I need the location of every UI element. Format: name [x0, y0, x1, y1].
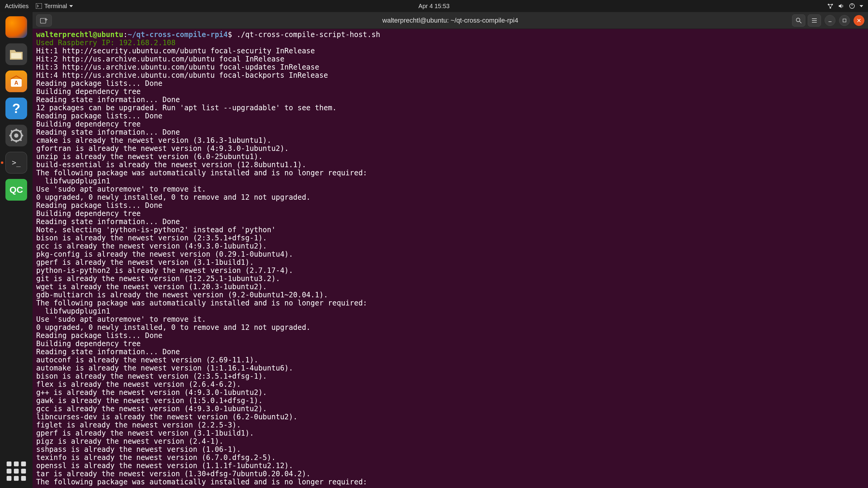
- power-icon[interactable]: [849, 3, 855, 9]
- app-menu[interactable]: Terminal: [36, 3, 73, 10]
- activities-button[interactable]: Activities: [5, 3, 29, 10]
- hamburger-menu-button[interactable]: [808, 14, 821, 27]
- gnome-top-bar: Activities Terminal Apr 4 15:53: [0, 0, 868, 12]
- help-glyph: ?: [12, 101, 21, 116]
- svg-rect-0: [36, 3, 42, 9]
- terminal-titlebar: walterprechtl@ubuntu: ~/qt-cross-compile…: [33, 12, 868, 29]
- system-menu-chevron-icon[interactable]: [860, 5, 863, 7]
- minimize-button[interactable]: [825, 15, 835, 26]
- app-menu-label: Terminal: [44, 3, 67, 10]
- clock[interactable]: Apr 4 15:53: [418, 3, 450, 10]
- maximize-button[interactable]: [839, 15, 850, 26]
- svg-rect-6: [11, 53, 22, 59]
- dock-settings[interactable]: [5, 125, 27, 147]
- window-title: walterprechtl@ubuntu: ~/qt-cross-compile…: [382, 17, 518, 24]
- close-button[interactable]: [854, 15, 864, 26]
- dock-help[interactable]: ?: [5, 98, 27, 119]
- new-tab-button[interactable]: [36, 14, 52, 27]
- network-icon[interactable]: [827, 3, 834, 9]
- svg-text:A: A: [14, 80, 19, 86]
- dock: A ? >_ QC: [0, 12, 33, 488]
- dock-software[interactable]: A: [5, 70, 27, 92]
- dock-qtcreator[interactable]: QC: [5, 179, 27, 201]
- dock-terminal[interactable]: >_: [5, 152, 27, 173]
- terminal-glyph: >_: [12, 158, 21, 167]
- volume-icon[interactable]: [838, 3, 844, 9]
- terminal-menu-icon: [36, 3, 42, 9]
- dock-files[interactable]: [5, 43, 27, 65]
- show-applications-button[interactable]: [7, 461, 26, 481]
- dock-firefox[interactable]: [5, 16, 27, 38]
- command-text: ./qt-cross-compile-script-host.sh: [237, 30, 380, 39]
- svg-rect-19: [40, 19, 46, 23]
- prompt-colon: :: [123, 30, 127, 39]
- svg-line-23: [800, 22, 801, 23]
- prompt-path: ~/qt-cross-compile-rpi4: [127, 30, 227, 39]
- prompt-user-host: walterprechtl@ubuntu: [36, 30, 123, 39]
- prompt-dollar: $: [228, 30, 237, 39]
- rpi-ip-line: Used Raspberry IP: 192.168.2.108: [36, 38, 176, 47]
- terminal-body[interactable]: walterprechtl@ubuntu:~/qt-cross-compile-…: [33, 29, 868, 488]
- terminal-window: walterprechtl@ubuntu: ~/qt-cross-compile…: [33, 12, 868, 488]
- svg-point-10: [14, 133, 19, 138]
- search-button[interactable]: [792, 14, 805, 27]
- chevron-down-icon: [69, 5, 73, 7]
- svg-point-22: [796, 18, 800, 22]
- svg-rect-28: [843, 19, 846, 22]
- terminal-output: Hit:1 http://security.ubuntu.com/ubuntu …: [36, 47, 367, 486]
- qc-label: QC: [10, 185, 23, 195]
